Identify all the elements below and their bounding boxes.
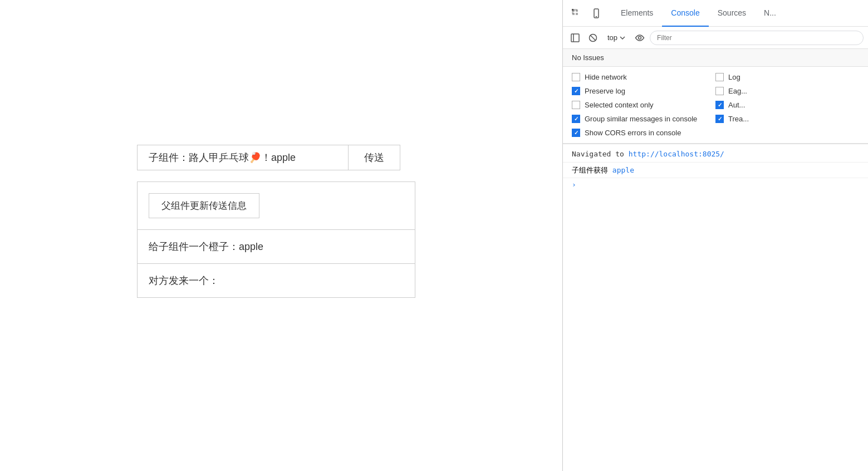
svg-rect-6 [596,16,597,17]
received-label-row: 对方发来一个： [138,264,415,297]
option-group-similar[interactable]: Group similar messages in console [572,113,715,125]
option-eag[interactable]: Eag... [715,85,859,97]
update-button-row: 父组件更新传送信息 [138,182,415,230]
checkbox-trea[interactable] [715,115,724,123]
log-text: 子组件获得 [572,165,612,176]
live-expressions-icon[interactable] [632,30,648,46]
label-hide-network: Hide network [585,73,627,81]
checkbox-preserve-log[interactable] [572,87,580,95]
tab-console[interactable]: Console [662,0,708,27]
clear-console-icon[interactable] [585,30,601,46]
navigated-link[interactable]: http://localhost:8025/ [629,149,724,160]
checkbox-hide-network[interactable] [572,73,580,81]
option-aut[interactable]: Aut... [715,99,859,111]
child-label: 子组件：路人甲乒乓球 [149,151,249,164]
tab-network[interactable]: N... [755,0,785,27]
no-issues-text: No Issues [572,53,604,62]
tab-sources[interactable]: Sources [709,0,755,27]
log-value: apple [612,165,634,176]
option-show-cors[interactable]: Show CORS errors in console [572,127,715,139]
svg-point-11 [639,36,641,39]
checkbox-aut[interactable] [715,101,724,109]
option-preserve-log[interactable]: Preserve log [572,85,715,97]
filter-input[interactable] [650,31,864,45]
checkbox-group-similar[interactable] [572,115,580,123]
child-component-display: 子组件：路人甲乒乓球 🏓！apple [137,145,349,170]
svg-line-10 [591,35,596,40]
context-selector[interactable]: top [603,32,630,43]
inspect-element-icon[interactable] [567,4,585,22]
svg-rect-7 [571,34,579,42]
option-hide-network[interactable]: Hide network [572,71,715,83]
label-show-cors: Show CORS errors in console [585,129,681,137]
console-output: Navigated to http://localhost:8025/ 子组件获… [563,144,868,471]
option-trea[interactable]: Trea... [715,113,859,125]
devtools-tabs: Elements Console Sources N... [612,0,864,27]
label-group-similar: Group similar messages in console [585,115,697,123]
update-parent-button[interactable]: 父组件更新传送信息 [149,193,259,218]
checkbox-selected-context[interactable] [572,101,580,109]
label-eag: Eag... [728,87,747,95]
send-button[interactable]: 传送 [349,145,400,170]
chevron-down-icon [620,36,625,40]
devtools-panel: Elements Console Sources N... [562,0,868,471]
devtools-secondary-toolbar: top [563,27,868,49]
checkbox-log[interactable] [715,73,724,81]
device-mode-icon[interactable] [587,4,605,22]
no-issues-bar: No Issues [563,49,868,67]
label-selected-context: Selected context only [585,101,654,109]
checkbox-show-cors[interactable] [572,129,580,137]
label-trea: Trea... [728,115,749,123]
label-aut: Aut... [728,101,745,109]
top-label: top [607,33,617,42]
navigated-text: Navigated to [572,149,629,160]
console-entry-navigated: Navigated to http://localhost:8025/ [563,146,868,163]
child-component-row: 子组件：路人甲乒乓球 🏓！apple 传送 [137,145,400,170]
console-chevron-icon[interactable]: › [572,180,576,189]
orange-label-row: 给子组件一个橙子：apple [138,230,415,264]
parent-component-box: 父组件更新传送信息 给子组件一个橙子：apple 对方发来一个： [137,181,415,298]
checkbox-eag[interactable] [715,87,724,95]
option-log[interactable]: Log [715,71,859,83]
console-prompt-row[interactable]: › [563,178,868,191]
console-entry-log: 子组件获得 apple [563,163,868,179]
tab-elements[interactable]: Elements [612,0,662,27]
sidebar-toggle-icon[interactable] [567,30,583,46]
webpage-area: 子组件：路人甲乒乓球 🏓！apple 传送 父组件更新传送信息 给子组件一个橙子… [0,0,562,471]
label-preserve-log: Preserve log [585,87,625,95]
devtools-toolbar: Elements Console Sources N... [563,0,868,27]
label-log: Log [728,73,741,81]
console-options: Hide network Log Preserve log Eag... Sel… [563,67,868,144]
ping-pong-emoji: 🏓！apple [249,151,296,164]
option-selected-context[interactable]: Selected context only [572,99,715,111]
